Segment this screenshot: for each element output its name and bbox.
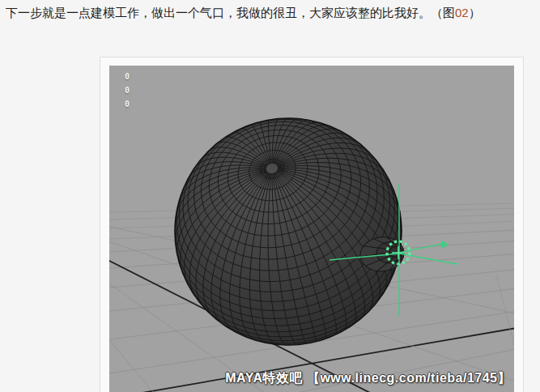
hud-value: 0: [125, 70, 130, 83]
caption-before-figure: 下一步就是一点建模工作，做出一个气口，我做的很丑，大家应该整的比我好。（图: [6, 6, 455, 19]
hud-values: 0 0 0: [125, 70, 130, 111]
caption-after-figure: ）: [469, 6, 481, 19]
image-panel: 0 0 0 MAYA特效吧 【www.linecg.com/tieba/1745…: [100, 57, 524, 392]
page: 下一步就是一点建模工作，做出一个气口，我做的很丑，大家应该整的比我好。（图02）…: [0, 0, 540, 392]
viewport-render: [109, 66, 514, 392]
watermark: MAYA特效吧 【www.linecg.com/tieba/1745】: [225, 370, 511, 387]
hud-value: 0: [125, 97, 130, 111]
figure-number: 02: [455, 6, 469, 19]
caption-text: 下一步就是一点建模工作，做出一个气口，我做的很丑，大家应该整的比我好。（图02）: [6, 6, 481, 20]
polygon-sphere: [175, 118, 402, 345]
hud-value: 0: [125, 83, 130, 97]
maya-viewport-image: 0 0 0 MAYA特效吧 【www.linecg.com/tieba/1745…: [109, 66, 514, 392]
